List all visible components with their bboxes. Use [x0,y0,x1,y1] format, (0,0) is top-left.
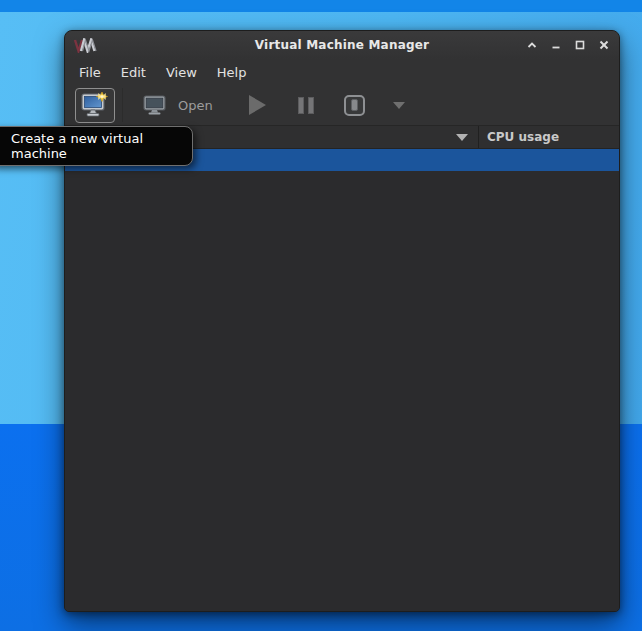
menubar: File Edit View Help [65,59,619,85]
virt-manager-logo-icon [73,38,97,53]
menu-view[interactable]: View [156,62,207,83]
menu-edit[interactable]: Edit [111,62,156,83]
run-vm-button play-icon[interactable] [249,95,266,115]
close-button[interactable] [596,38,611,53]
titlebar[interactable]: Virtual Machine Manager [65,31,619,59]
vm-list-body[interactable] [65,171,619,611]
open-button-label: Open [178,98,213,113]
shade-button[interactable] [524,38,539,53]
toolbar: Open [65,85,619,126]
sort-descending-icon [456,134,468,141]
minimize-button[interactable] [548,38,563,53]
tooltip-text: Create a new virtual machine [11,131,192,161]
maximize-button[interactable] [572,38,587,53]
open-button[interactable]: Open [143,95,213,115]
window-controls [524,38,611,53]
shutdown-pill [351,99,358,111]
shutdown-menu-button chevron-down-icon[interactable] [393,102,405,109]
new-vm-button[interactable] [75,88,115,123]
virtual-machine-manager-window: Virtual Machine Manager File Edit View H… [64,30,620,612]
toolbar-separator [122,88,123,122]
pause-vm-button pause-icon[interactable] [298,97,314,114]
new-vm-monitor-star-icon [81,92,109,118]
tooltip: Create a new virtual machine [0,126,193,166]
desktop-top-strip [0,0,642,12]
monitor-icon [143,95,166,115]
menu-file[interactable]: File [69,62,111,83]
menu-help[interactable]: Help [207,62,257,83]
pause-bar [308,97,314,114]
column-header-cpu-usage[interactable]: CPU usage [479,130,559,144]
pause-bar [298,97,304,114]
shutdown-vm-button shutdown-icon[interactable] [344,95,365,116]
